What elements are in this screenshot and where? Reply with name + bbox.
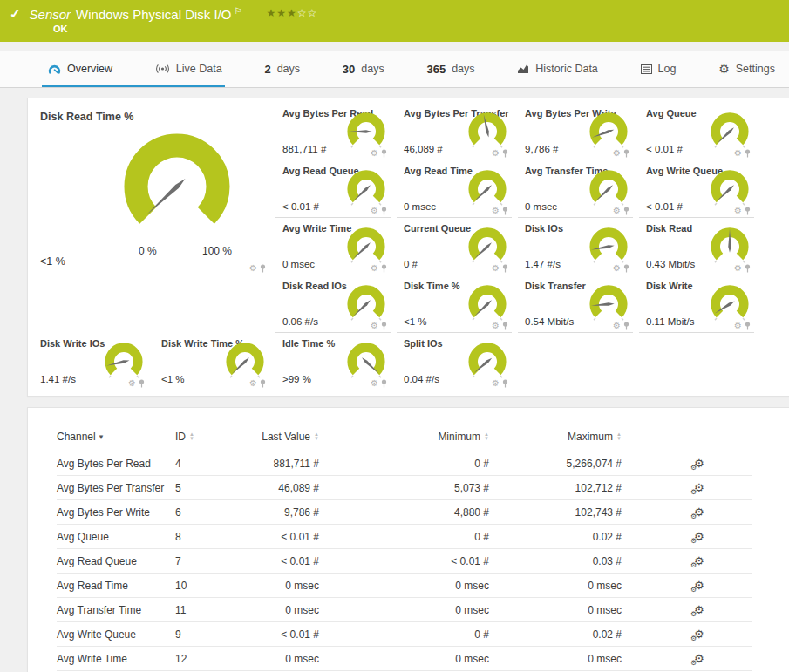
pin-icon[interactable] (502, 207, 508, 215)
gear-icon[interactable]: ⚙ (371, 264, 378, 273)
pin-icon[interactable] (745, 264, 751, 273)
gear-icon[interactable]: ⚙ (371, 207, 378, 215)
channel-name-cell[interactable]: Avg Write Queue (57, 622, 175, 647)
column-header-maximum[interactable]: Maximum▲▼ (489, 431, 622, 451)
pin-icon[interactable] (381, 264, 387, 273)
gear-icon[interactable]: ⚙ (249, 264, 257, 273)
gear-icon[interactable]: ⚙ (371, 149, 378, 158)
gear-icon[interactable]: ⚙ (613, 322, 621, 330)
gauge-tile[interactable]: Avg Transfer Time 0 msec⚙ (518, 160, 633, 218)
pin-icon[interactable] (502, 379, 508, 388)
tab-2-days[interactable]: 2days (264, 51, 300, 87)
gear-icon[interactable]: ⚙ (613, 149, 621, 158)
tab-historic-data[interactable]: Historic Data (517, 51, 598, 87)
pin-icon[interactable] (260, 264, 266, 273)
pin-icon[interactable] (502, 264, 508, 273)
star-icon[interactable]: ☆ (308, 7, 318, 19)
gear-icon[interactable]: ⚙ (492, 207, 500, 215)
edit-channel-gears-icon[interactable]: ⚙⚙ (694, 531, 704, 543)
pin-icon[interactable] (623, 322, 629, 330)
gauge-tile[interactable]: Disk Write IOs 1.41 #/s⚙ (33, 333, 148, 390)
gear-icon[interactable]: ⚙ (371, 379, 378, 388)
gauge-tile[interactable]: Avg Bytes Per Read 881,711 #⚙ (275, 103, 391, 160)
pin-icon[interactable] (745, 149, 751, 158)
pin-icon[interactable] (381, 322, 387, 330)
gauge-tile-disk-read-time[interactable]: Disk Read Time % 0 % 100 % <1 % ⚙ (33, 103, 269, 275)
tab-settings[interactable]: ⚙Settings (718, 51, 775, 87)
star-icon[interactable]: ★ (266, 7, 276, 19)
channel-name-cell[interactable]: Avg Queue (57, 525, 175, 549)
tab-30-days[interactable]: 30days (343, 51, 384, 87)
gear-icon[interactable]: ⚙ (613, 207, 621, 215)
gear-icon[interactable]: ⚙ (128, 379, 136, 388)
pin-icon[interactable] (139, 379, 145, 388)
gauge-tile[interactable]: Disk IOs 1.47 #/s⚙ (518, 218, 633, 275)
gear-icon[interactable]: ⚙ (613, 264, 621, 273)
gear-icon[interactable]: ⚙ (371, 322, 378, 330)
pin-icon[interactable] (745, 322, 751, 330)
column-header-id[interactable]: ID▲▼ (175, 431, 254, 451)
edit-channel-gears-icon[interactable]: ⚙⚙ (694, 628, 704, 641)
gauge-tile[interactable]: Disk Write Time % <1 %⚙ (154, 333, 269, 390)
gear-icon[interactable]: ⚙ (492, 379, 500, 388)
gauge-tile[interactable]: Avg Write Time 0 msec⚙ (275, 218, 391, 275)
gear-icon[interactable]: ⚙ (492, 264, 500, 273)
gear-icon[interactable]: ⚙ (492, 322, 500, 330)
gauge-tile[interactable]: Idle Time % >99 %⚙ (275, 333, 391, 390)
gauge-tile[interactable]: Avg Read Time 0 msec⚙ (397, 160, 512, 218)
gear-icon[interactable]: ⚙ (492, 149, 500, 158)
channel-name-cell[interactable]: Avg Read Time (57, 574, 175, 598)
tab-log[interactable]: Log (641, 51, 677, 87)
gauge-tile[interactable]: Avg Bytes Per Transfer 46,089 #⚙ (397, 103, 512, 160)
edit-channel-gears-icon[interactable]: ⚙⚙ (694, 653, 704, 665)
gauge-tile[interactable]: Disk Read IOs 0.06 #/s⚙ (275, 275, 391, 333)
gear-icon[interactable]: ⚙ (734, 207, 742, 215)
gauge-tile[interactable]: Split IOs 0.04 #/s⚙ (397, 333, 512, 390)
column-header-minimum[interactable]: Minimum▲▼ (319, 431, 489, 451)
tab-overview[interactable]: Overview (48, 51, 112, 87)
tab-365-days[interactable]: 365days (426, 51, 474, 87)
gauge-tile[interactable]: Disk Transfer 0.54 Mbit/s⚙ (518, 275, 633, 333)
edit-channel-gears-icon[interactable]: ⚙⚙ (694, 482, 704, 494)
gear-icon[interactable]: ⚙ (734, 322, 742, 330)
channel-name-cell[interactable]: Avg Read Queue (57, 549, 175, 574)
gear-icon[interactable]: ⚙ (249, 379, 257, 388)
pin-icon[interactable] (381, 379, 387, 388)
pin-icon[interactable] (381, 149, 387, 158)
pin-icon[interactable] (623, 149, 629, 158)
edit-channel-gears-icon[interactable]: ⚙⚙ (694, 604, 704, 616)
star-icon[interactable]: ★ (287, 7, 297, 19)
pin-icon[interactable] (502, 322, 508, 330)
gear-icon[interactable]: ⚙ (734, 264, 742, 273)
pin-icon[interactable] (381, 207, 387, 215)
gauge-tile[interactable]: Avg Read Queue < 0.01 #⚙ (275, 160, 391, 218)
pin-icon[interactable] (260, 379, 266, 388)
pin-icon[interactable] (502, 149, 508, 158)
star-icon[interactable]: ★ (276, 7, 287, 19)
gauge-tile[interactable]: Avg Bytes Per Write 9,786 #⚙ (518, 103, 633, 160)
column-header-last-value[interactable]: Last Value▲▼ (254, 431, 319, 451)
flag-icon[interactable]: ⚐ (234, 6, 241, 16)
pin-icon[interactable] (623, 264, 629, 273)
edit-channel-gears-icon[interactable]: ⚙⚙ (694, 506, 704, 519)
edit-channel-gears-icon[interactable]: ⚙⚙ (694, 458, 704, 470)
gauge-tile[interactable]: Avg Write Queue < 0.01 #⚙ (639, 160, 754, 218)
tab-live-data[interactable]: Live Data (155, 51, 222, 87)
edit-channel-gears-icon[interactable]: ⚙⚙ (694, 580, 704, 592)
edit-channel-gears-icon[interactable]: ⚙⚙ (694, 555, 704, 567)
gear-icon[interactable]: ⚙ (734, 149, 742, 158)
gauge-tile[interactable]: Avg Queue < 0.01 #⚙ (639, 103, 754, 160)
channel-name-cell[interactable]: Avg Bytes Per Read (57, 451, 175, 476)
channel-name-cell[interactable]: Avg Write Time (57, 647, 175, 671)
channel-name-cell[interactable]: Avg Transfer Time (57, 598, 175, 622)
gauge-tile[interactable]: Disk Time % <1 %⚙ (397, 275, 512, 333)
priority-stars[interactable]: ★★★☆☆ (266, 7, 317, 19)
gauge-tile[interactable]: Disk Read 0.43 Mbit/s⚙ (639, 218, 754, 275)
pin-icon[interactable] (745, 207, 751, 215)
star-icon[interactable]: ☆ (297, 7, 308, 19)
gauge-tile[interactable]: Current Queue 0 #⚙ (397, 218, 512, 275)
channel-name-cell[interactable]: Avg Bytes Per Write (57, 500, 175, 525)
column-header-channel[interactable]: Channel▾ (57, 431, 175, 451)
pin-icon[interactable] (623, 207, 629, 215)
gauge-tile[interactable]: Disk Write 0.11 Mbit/s⚙ (639, 275, 754, 333)
